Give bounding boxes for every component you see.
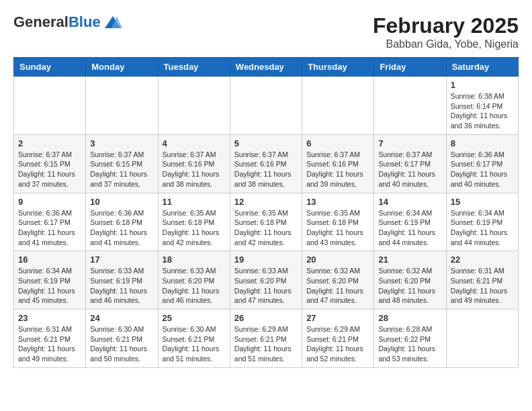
day-info: Sunrise: 6:32 AM Sunset: 6:20 PM Dayligh…: [306, 266, 369, 306]
day-info: Sunrise: 6:36 AM Sunset: 6:17 PM Dayligh…: [451, 150, 514, 189]
day-number: 16: [18, 255, 81, 265]
calendar-cell: 16Sunrise: 6:34 AM Sunset: 6:19 PM Dayli…: [14, 251, 86, 310]
month-title: February 2025: [373, 13, 519, 38]
day-info: Sunrise: 6:33 AM Sunset: 6:20 PM Dayligh…: [163, 266, 226, 306]
day-info: Sunrise: 6:37 AM Sunset: 6:16 PM Dayligh…: [163, 150, 226, 189]
calendar-cell: [446, 310, 518, 368]
calendar-cell: 22Sunrise: 6:31 AM Sunset: 6:21 PM Dayli…: [446, 251, 518, 310]
calendar-cell: 5Sunrise: 6:37 AM Sunset: 6:16 PM Daylig…: [230, 134, 302, 193]
calendar-cell: 4Sunrise: 6:37 AM Sunset: 6:16 PM Daylig…: [158, 134, 230, 193]
calendar-cell: 25Sunrise: 6:30 AM Sunset: 6:21 PM Dayli…: [158, 310, 230, 368]
day-info: Sunrise: 6:31 AM Sunset: 6:21 PM Dayligh…: [451, 266, 514, 306]
calendar-week-row: 16Sunrise: 6:34 AM Sunset: 6:19 PM Dayli…: [14, 251, 519, 310]
day-info: Sunrise: 6:29 AM Sunset: 6:21 PM Dayligh…: [306, 324, 369, 364]
day-info: Sunrise: 6:35 AM Sunset: 6:18 PM Dayligh…: [306, 208, 369, 248]
calendar-cell: [86, 77, 158, 135]
day-number: 9: [18, 197, 81, 207]
day-number: 28: [378, 313, 441, 323]
day-number: 11: [163, 197, 226, 207]
page-header: GeneralBlue February 2025 Babban Gida, Y…: [13, 13, 519, 50]
logo-text: GeneralBlue: [13, 13, 101, 31]
day-info: Sunrise: 6:37 AM Sunset: 6:16 PM Dayligh…: [234, 150, 298, 189]
day-number: 2: [18, 138, 81, 148]
calendar-cell: 8Sunrise: 6:36 AM Sunset: 6:17 PM Daylig…: [446, 134, 518, 193]
day-info: Sunrise: 6:30 AM Sunset: 6:21 PM Dayligh…: [163, 324, 226, 364]
day-info: Sunrise: 6:31 AM Sunset: 6:21 PM Dayligh…: [18, 324, 81, 364]
day-info: Sunrise: 6:28 AM Sunset: 6:22 PM Dayligh…: [378, 324, 441, 364]
calendar-cell: 6Sunrise: 6:37 AM Sunset: 6:16 PM Daylig…: [302, 134, 374, 193]
calendar-cell: 13Sunrise: 6:35 AM Sunset: 6:18 PM Dayli…: [302, 193, 374, 251]
day-info: Sunrise: 6:34 AM Sunset: 6:19 PM Dayligh…: [451, 208, 514, 248]
day-number: 23: [18, 313, 81, 323]
logo: GeneralBlue: [13, 13, 122, 31]
calendar-week-row: 9Sunrise: 6:36 AM Sunset: 6:17 PM Daylig…: [14, 193, 519, 251]
day-of-week-header: Thursday: [302, 58, 374, 77]
location: Babban Gida, Yobe, Nigeria: [373, 38, 519, 50]
day-info: Sunrise: 6:32 AM Sunset: 6:20 PM Dayligh…: [378, 266, 441, 306]
calendar-cell: 21Sunrise: 6:32 AM Sunset: 6:20 PM Dayli…: [374, 251, 446, 310]
calendar-cell: 23Sunrise: 6:31 AM Sunset: 6:21 PM Dayli…: [14, 310, 86, 368]
day-info: Sunrise: 6:33 AM Sunset: 6:20 PM Dayligh…: [234, 266, 298, 306]
day-number: 10: [90, 197, 153, 207]
calendar-cell: 1Sunrise: 6:38 AM Sunset: 6:14 PM Daylig…: [446, 77, 518, 135]
calendar-cell: [302, 77, 374, 135]
day-info: Sunrise: 6:36 AM Sunset: 6:18 PM Dayligh…: [90, 208, 153, 248]
day-info: Sunrise: 6:35 AM Sunset: 6:18 PM Dayligh…: [163, 208, 226, 248]
calendar-cell: 15Sunrise: 6:34 AM Sunset: 6:19 PM Dayli…: [446, 193, 518, 251]
day-number: 24: [90, 313, 153, 323]
day-number: 19: [234, 255, 298, 265]
calendar-cell: 18Sunrise: 6:33 AM Sunset: 6:20 PM Dayli…: [158, 251, 230, 310]
calendar-table: SundayMondayTuesdayWednesdayThursdayFrid…: [13, 57, 519, 368]
calendar-cell: [374, 77, 446, 135]
calendar-cell: 9Sunrise: 6:36 AM Sunset: 6:17 PM Daylig…: [14, 193, 86, 251]
day-of-week-header: Saturday: [446, 58, 518, 77]
day-number: 12: [234, 197, 298, 207]
day-of-week-header: Monday: [86, 58, 158, 77]
day-info: Sunrise: 6:37 AM Sunset: 6:15 PM Dayligh…: [18, 150, 81, 189]
day-number: 3: [90, 138, 153, 148]
day-number: 22: [451, 255, 514, 265]
day-number: 27: [306, 313, 369, 323]
day-number: 14: [378, 197, 441, 207]
day-number: 15: [451, 197, 514, 207]
calendar-header-row: SundayMondayTuesdayWednesdayThursdayFrid…: [14, 58, 519, 77]
calendar-cell: 20Sunrise: 6:32 AM Sunset: 6:20 PM Dayli…: [302, 251, 374, 310]
logo-icon: [103, 15, 122, 30]
calendar-cell: 28Sunrise: 6:28 AM Sunset: 6:22 PM Dayli…: [374, 310, 446, 368]
day-info: Sunrise: 6:30 AM Sunset: 6:21 PM Dayligh…: [90, 324, 153, 364]
calendar-cell: [158, 77, 230, 135]
day-number: 20: [306, 255, 369, 265]
day-number: 4: [163, 138, 226, 148]
day-number: 13: [306, 197, 369, 207]
day-of-week-header: Friday: [374, 58, 446, 77]
calendar-cell: 17Sunrise: 6:33 AM Sunset: 6:19 PM Dayli…: [86, 251, 158, 310]
day-number: 17: [90, 255, 153, 265]
day-info: Sunrise: 6:34 AM Sunset: 6:19 PM Dayligh…: [18, 266, 81, 306]
calendar-cell: 2Sunrise: 6:37 AM Sunset: 6:15 PM Daylig…: [14, 134, 86, 193]
calendar-week-row: 2Sunrise: 6:37 AM Sunset: 6:15 PM Daylig…: [14, 134, 519, 193]
title-block: February 2025 Babban Gida, Yobe, Nigeria: [373, 13, 519, 50]
calendar-cell: [230, 77, 302, 135]
calendar-week-row: 23Sunrise: 6:31 AM Sunset: 6:21 PM Dayli…: [14, 310, 519, 368]
calendar-cell: [14, 77, 86, 135]
day-info: Sunrise: 6:29 AM Sunset: 6:21 PM Dayligh…: [234, 324, 298, 364]
day-info: Sunrise: 6:36 AM Sunset: 6:17 PM Dayligh…: [18, 208, 81, 248]
day-of-week-header: Wednesday: [230, 58, 302, 77]
day-number: 5: [234, 138, 298, 148]
day-info: Sunrise: 6:37 AM Sunset: 6:15 PM Dayligh…: [90, 150, 153, 189]
calendar-cell: 7Sunrise: 6:37 AM Sunset: 6:17 PM Daylig…: [374, 134, 446, 193]
day-info: Sunrise: 6:37 AM Sunset: 6:16 PM Dayligh…: [306, 150, 369, 189]
day-of-week-header: Sunday: [14, 58, 86, 77]
calendar-cell: 11Sunrise: 6:35 AM Sunset: 6:18 PM Dayli…: [158, 193, 230, 251]
day-info: Sunrise: 6:37 AM Sunset: 6:17 PM Dayligh…: [378, 150, 441, 189]
day-number: 18: [163, 255, 226, 265]
day-number: 7: [378, 138, 441, 148]
day-number: 6: [306, 138, 369, 148]
calendar-cell: 19Sunrise: 6:33 AM Sunset: 6:20 PM Dayli…: [230, 251, 302, 310]
calendar-cell: 3Sunrise: 6:37 AM Sunset: 6:15 PM Daylig…: [86, 134, 158, 193]
day-of-week-header: Tuesday: [158, 58, 230, 77]
day-number: 21: [378, 255, 441, 265]
day-info: Sunrise: 6:35 AM Sunset: 6:18 PM Dayligh…: [234, 208, 298, 248]
day-info: Sunrise: 6:38 AM Sunset: 6:14 PM Dayligh…: [451, 91, 514, 131]
day-number: 1: [451, 80, 514, 90]
